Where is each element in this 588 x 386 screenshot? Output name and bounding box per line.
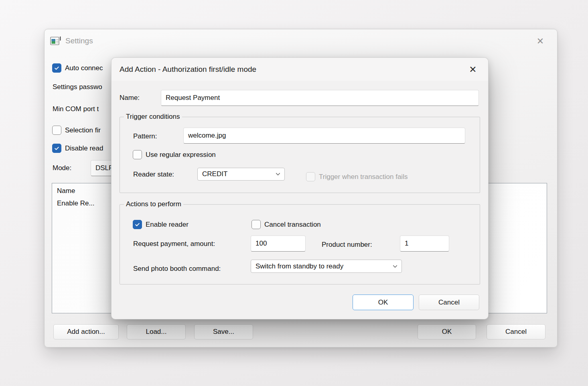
dialog-cancel-button[interactable]: Cancel (419, 295, 479, 310)
amount-label: Request payment, amount: (133, 240, 215, 248)
trigger-fail-row: Trigger when transaction fails (306, 172, 408, 181)
amount-input[interactable] (251, 236, 306, 252)
disable-reader-label: Disable read (65, 144, 103, 152)
enable-reader-label: Enable reader (146, 221, 189, 229)
settings-cancel-button[interactable]: Cancel (487, 324, 545, 339)
reader-state-dropdown[interactable]: CREDIT (197, 168, 285, 181)
trigger-conditions-legend: Trigger conditions (124, 113, 182, 121)
dialog-close-icon[interactable]: ✕ (466, 63, 479, 76)
pattern-label: Pattern: (133, 132, 157, 140)
product-number-input[interactable] (400, 236, 449, 252)
cancel-transaction-label: Cancel transaction (264, 221, 321, 229)
settings-ok-button[interactable]: OK (418, 324, 476, 339)
dialog-ok-button[interactable]: OK (353, 295, 414, 310)
disable-reader-row[interactable]: Disable read (52, 144, 103, 153)
reader-state-value: CREDIT (202, 170, 227, 178)
check-icon (134, 221, 140, 228)
add-action-button[interactable]: Add action... (53, 324, 119, 339)
auto-connect-label: Auto connec (65, 64, 103, 72)
save-button[interactable]: Save... (194, 324, 253, 339)
cancel-transaction-checkbox[interactable] (251, 220, 261, 229)
desktop-background: Settings ✕ Auto connec Settings passwo M… (0, 0, 588, 386)
enable-reader-row[interactable]: Enable reader (133, 220, 189, 229)
settings-window-title: Settings (65, 29, 93, 53)
enable-reader-checkbox[interactable] (133, 220, 142, 229)
use-regex-label: Use regular expression (146, 151, 216, 159)
chevron-down-icon (275, 171, 281, 177)
selection-first-row[interactable]: Selection fir (52, 126, 101, 135)
selection-first-label: Selection fir (65, 126, 101, 134)
table-header-row: Name S (57, 187, 75, 195)
min-com-port-label: Min COM port t (53, 105, 99, 113)
trigger-fail-label: Trigger when transaction fails (319, 173, 408, 181)
trigger-conditions-group: Trigger conditions Pattern: Use regular … (120, 117, 480, 193)
photo-booth-command-value: Switch from standby to ready (255, 262, 343, 270)
table-row[interactable]: Enable Re... I (57, 199, 95, 207)
mode-label: Mode: (53, 164, 71, 172)
settings-app-icon (50, 36, 61, 47)
add-action-dialog: Add Action - Authorization first/idle mo… (111, 57, 489, 319)
check-icon (54, 65, 60, 71)
cancel-transaction-row[interactable]: Cancel transaction (251, 220, 321, 229)
check-icon (54, 145, 60, 151)
reader-state-label: Reader state: (133, 171, 174, 179)
auto-connect-row[interactable]: Auto connec (52, 63, 103, 73)
pattern-input[interactable] (183, 128, 465, 144)
settings-close-icon[interactable]: ✕ (534, 35, 547, 48)
actions-to-perform-legend: Actions to perform (124, 200, 183, 208)
dialog-title: Add Action - Authorization first/idle mo… (120, 58, 256, 81)
name-label: Name: (120, 94, 140, 102)
load-button[interactable]: Load... (127, 324, 186, 339)
column-header-name: Name (57, 187, 75, 195)
photo-booth-command-label: Send photo booth command: (133, 265, 221, 273)
product-number-label: Product number: (322, 241, 372, 249)
chevron-down-icon (392, 264, 398, 269)
selection-first-checkbox[interactable] (52, 126, 61, 135)
name-input[interactable] (161, 90, 479, 106)
settings-password-label: Settings passwo (53, 83, 102, 91)
disable-reader-checkbox[interactable] (52, 144, 61, 153)
actions-to-perform-group: Actions to perform Enable reader Cancel … (120, 204, 480, 284)
auto-connect-checkbox[interactable] (52, 63, 61, 73)
cell-action-name: Enable Re... (57, 199, 95, 207)
trigger-fail-checkbox (306, 172, 315, 181)
use-regex-checkbox[interactable] (133, 150, 142, 159)
use-regex-row[interactable]: Use regular expression (133, 150, 216, 159)
photo-booth-command-dropdown[interactable]: Switch from standby to ready (251, 260, 402, 273)
